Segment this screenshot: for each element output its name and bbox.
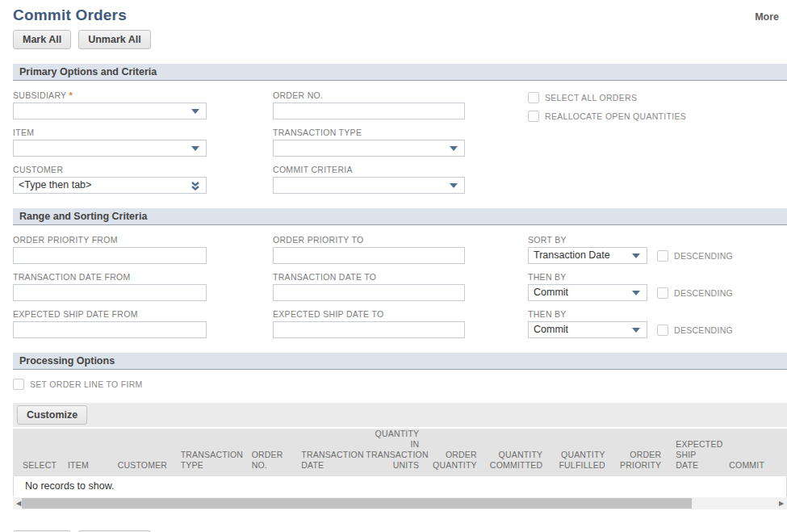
more-link[interactable]: More	[755, 6, 787, 23]
select-all-orders-label: SELECT ALL ORDERS	[545, 93, 637, 103]
then-by-2-value: Commit	[534, 324, 568, 335]
customer-input[interactable]: <Type then tab>	[13, 177, 207, 194]
item-select[interactable]	[13, 140, 207, 157]
then-by-2-descending-checkbox[interactable]	[657, 325, 668, 336]
sort-by-descending-checkbox[interactable]	[657, 250, 668, 262]
item-field-group: ITEM	[13, 128, 273, 157]
table-header-row: SELECT ITEM CUSTOMER TRANSACTION TYPE OR…	[13, 429, 787, 476]
then-by-1-descending-label: DESCENDING	[674, 288, 733, 298]
expected-ship-date-from-group: EXPECTED SHIP DATE FROM	[13, 309, 273, 338]
customize-button[interactable]: Customize	[17, 405, 87, 425]
column-header-item: ITEM	[58, 460, 108, 471]
order-priority-from-label: ORDER PRIORITY FROM	[13, 235, 273, 245]
chevron-down-icon	[450, 183, 458, 188]
primary-col-3: SELECT ALL ORDERS REALLOCATE OPEN QUANTI…	[528, 90, 787, 202]
expected-ship-date-from-input[interactable]	[13, 321, 207, 338]
then-by-1-descending-checkbox[interactable]	[657, 287, 668, 299]
unmark-all-button-top[interactable]: Unmark All	[78, 30, 151, 49]
top-action-bar: Mark All Unmark All	[13, 30, 787, 49]
order-no-label: ORDER NO.	[273, 90, 528, 100]
then-by-2-select[interactable]: Commit	[528, 321, 647, 338]
customer-label: CUSTOMER	[13, 165, 273, 174]
order-priority-from-input[interactable]	[13, 247, 207, 264]
reallocate-open-quantities-label: REALLOCATE OPEN QUANTITIES	[545, 111, 686, 121]
column-header-order-quantity: ORDER QUANTITY	[424, 450, 482, 471]
sort-by-group: SORT BY Transaction Date DESCENDING	[528, 235, 787, 264]
transaction-date-from-label: TRANSACTION DATE FROM	[13, 272, 273, 282]
transaction-type-label: TRANSACTION TYPE	[273, 128, 528, 137]
then-by-1-value: Commit	[534, 287, 568, 298]
range-col-from: ORDER PRIORITY FROM TRANSACTION DATE FRO…	[13, 235, 273, 346]
subsidiary-select[interactable]	[13, 103, 207, 119]
page-title: Commit Orders	[13, 6, 127, 24]
scroll-right-arrow-icon[interactable]: ▶	[776, 497, 787, 509]
chevron-down-icon	[632, 328, 640, 333]
column-header-commit: COMMIT	[719, 460, 787, 471]
then-by-1-label: THEN BY	[528, 272, 787, 282]
transaction-type-field-group: TRANSACTION TYPE	[273, 128, 528, 157]
expected-ship-date-to-group: EXPECTED SHIP DATE TO	[273, 309, 528, 338]
order-priority-to-label: ORDER PRIORITY TO	[273, 235, 528, 245]
sort-by-descending-label: DESCENDING	[674, 251, 733, 261]
chevron-down-icon	[632, 291, 640, 295]
set-order-line-to-firm-checkbox[interactable]	[13, 379, 24, 390]
mark-all-button-top[interactable]: Mark All	[13, 30, 71, 49]
transaction-date-to-group: TRANSACTION DATE TO	[273, 272, 528, 301]
required-asterisk: *	[69, 90, 73, 100]
column-header-transaction-type: TRANSACTION TYPE	[171, 450, 242, 471]
column-header-customer: CUSTOMER	[108, 460, 171, 471]
double-chevron-down-icon	[190, 180, 201, 192]
commit-criteria-field-group: COMMIT CRITERIA	[273, 165, 528, 194]
then-by-2-label: THEN BY	[528, 309, 787, 319]
order-priority-to-group: ORDER PRIORITY TO	[273, 235, 528, 264]
reallocate-open-quantities-row: REALLOCATE OPEN QUANTITIES	[528, 111, 787, 122]
item-label: ITEM	[13, 128, 273, 137]
subsidiary-field-group: SUBSIDIARY*	[13, 90, 273, 119]
select-all-orders-row: SELECT ALL ORDERS	[528, 92, 787, 103]
column-header-order-no: ORDER NO.	[242, 450, 292, 471]
section-range-sorting: Range and Sorting Criteria	[13, 208, 787, 225]
then-by-1-select[interactable]: Commit	[528, 284, 647, 301]
chevron-down-icon	[632, 253, 640, 258]
set-order-line-to-firm-label: SET ORDER LINE TO FIRM	[30, 379, 143, 389]
order-priority-to-input[interactable]	[273, 247, 465, 264]
column-header-transaction-date: TRANSACTION DATE	[291, 450, 361, 471]
range-col-to: ORDER PRIORITY TO TRANSACTION DATE TO EX…	[273, 235, 528, 346]
horizontal-scrollbar[interactable]: ◀ ▶	[13, 497, 787, 509]
expected-ship-date-to-label: EXPECTED SHIP DATE TO	[273, 309, 528, 319]
then-by-2-descending-label: DESCENDING	[674, 325, 733, 335]
primary-col-2: ORDER NO. TRANSACTION TYPE COMMIT CRITER…	[273, 90, 528, 202]
scrollbar-thumb[interactable]	[22, 498, 692, 509]
range-col-sort: SORT BY Transaction Date DESCENDING THEN…	[528, 235, 787, 346]
order-priority-from-group: ORDER PRIORITY FROM	[13, 235, 273, 264]
transaction-type-select[interactable]	[273, 140, 465, 157]
sort-by-value: Transaction Date	[534, 249, 610, 261]
primary-options-grid: SUBSIDIARY* ITEM CUSTOMER <Type then tab…	[13, 90, 787, 202]
table-toolbar: Customize	[13, 403, 787, 427]
column-header-quantity-fulfilled: QUANTITY FULFILLED	[547, 450, 609, 471]
commit-criteria-select[interactable]	[273, 177, 465, 194]
commit-criteria-label: COMMIT CRITERIA	[273, 165, 528, 174]
orders-table: Customize SELECT ITEM CUSTOMER TRANSACTI…	[13, 403, 787, 509]
transaction-date-from-group: TRANSACTION DATE FROM	[13, 272, 273, 301]
transaction-date-to-label: TRANSACTION DATE TO	[273, 272, 528, 282]
reallocate-open-quantities-checkbox[interactable]	[528, 111, 539, 122]
chevron-down-icon	[450, 146, 458, 151]
page-header: Commit Orders More	[13, 0, 787, 24]
subsidiary-label: SUBSIDIARY*	[13, 90, 273, 100]
section-processing-options: Processing Options	[13, 353, 787, 370]
customer-field-group: CUSTOMER <Type then tab>	[13, 165, 273, 194]
transaction-date-to-input[interactable]	[273, 284, 465, 301]
transaction-date-from-input[interactable]	[13, 284, 207, 301]
chevron-down-icon	[191, 146, 199, 151]
then-by-2-group: THEN BY Commit DESCENDING	[528, 309, 787, 338]
sort-by-select[interactable]: Transaction Date	[528, 247, 647, 264]
order-no-input[interactable]	[273, 103, 465, 119]
select-all-orders-checkbox[interactable]	[528, 92, 539, 103]
then-by-1-group: THEN BY Commit DESCENDING	[528, 272, 787, 301]
column-header-select: SELECT	[13, 460, 58, 471]
customer-value: <Type then tab>	[19, 179, 91, 191]
column-header-quantity-in-transaction-units: QUANTITY IN TRANSACTION UNITS	[361, 429, 424, 471]
expected-ship-date-to-input[interactable]	[273, 321, 465, 338]
range-sorting-grid: ORDER PRIORITY FROM TRANSACTION DATE FRO…	[13, 235, 787, 346]
